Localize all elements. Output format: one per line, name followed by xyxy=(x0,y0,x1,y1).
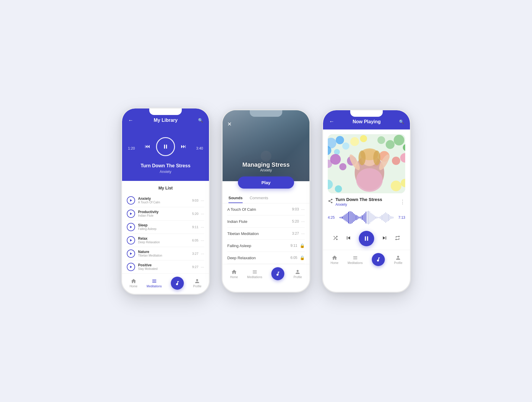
list-item-time: 9:27 xyxy=(192,265,198,269)
phone3-header-row: ← Now Playing 🔍 xyxy=(329,119,404,125)
nav3-home[interactable]: Home xyxy=(330,255,338,265)
waveform-bar xyxy=(377,217,377,218)
nav3-play-center[interactable] xyxy=(372,253,385,266)
phone3-prev-button[interactable] xyxy=(345,235,352,243)
phone3-controls xyxy=(323,228,410,250)
tab-comments[interactable]: Comments xyxy=(250,193,268,203)
waveform-bar xyxy=(341,217,341,218)
nav2-meditations[interactable]: Meditations xyxy=(247,269,262,279)
phone2-play-button[interactable]: Play xyxy=(238,176,294,189)
nav2-home[interactable]: Home xyxy=(230,269,238,279)
waveform-bar xyxy=(390,216,391,219)
svg-point-26 xyxy=(330,154,341,165)
sound-item[interactable]: Deep Relaxation 6:05 🔒 xyxy=(227,252,305,264)
repeat-button[interactable] xyxy=(395,235,400,242)
phone2-track-info: Managing Stress Anxiety xyxy=(242,161,290,175)
pause-button[interactable] xyxy=(156,137,175,156)
phone3-next-button[interactable] xyxy=(381,235,388,243)
list-item-play-btn[interactable] xyxy=(127,249,135,258)
sound-time: 9:03 xyxy=(292,207,299,211)
nav-home[interactable]: Home xyxy=(129,278,137,288)
player-time-row: 1:20 ⏮ ⏭ 3:40 xyxy=(128,137,203,160)
sound-item[interactable]: A Touch Of Calm 9:03 ··· xyxy=(227,203,305,215)
waveform-bar xyxy=(380,216,381,219)
svg-point-44 xyxy=(391,181,401,191)
phone2-close-button[interactable]: ✕ xyxy=(227,121,232,127)
player-time-current: 1:20 xyxy=(128,146,135,150)
waveform-bar xyxy=(393,217,393,218)
waveform-bar xyxy=(361,216,361,219)
phone2-notch xyxy=(250,110,282,117)
list-item-play-btn[interactable] xyxy=(127,196,135,205)
waveform-bar xyxy=(372,214,372,221)
list-item-more[interactable]: ··· xyxy=(201,265,204,269)
list-item-play-btn[interactable] xyxy=(127,236,135,244)
waveform-bar xyxy=(389,215,390,220)
more-options-button[interactable]: ⋮ xyxy=(400,199,405,205)
list-item[interactable]: Sleep Falling Asleep 9:11 ··· xyxy=(127,221,204,234)
list-item-info: Positive Stay Motivated xyxy=(138,263,192,270)
list-item[interactable]: Nature Tibetan Meditation 3:27 ··· xyxy=(127,247,204,260)
phone3-track-info: Turn Down The Stress Anxiety xyxy=(335,197,398,207)
list-item[interactable]: Positive Stay Motivated 9:27 ··· xyxy=(127,260,204,273)
nav2-profile[interactable]: Profile xyxy=(293,269,302,279)
list-item-play-btn[interactable] xyxy=(127,263,135,271)
list-item-more[interactable]: ··· xyxy=(201,238,204,243)
tab-sounds[interactable]: Sounds xyxy=(228,193,243,203)
list-item[interactable]: Productivity Indian Flute 5:20 ··· xyxy=(127,207,204,221)
nav3-profile[interactable]: Profile xyxy=(394,255,402,265)
phone3-back-icon[interactable]: ← xyxy=(329,119,334,125)
list-item-play-btn[interactable] xyxy=(127,223,135,231)
phone3-album-art xyxy=(328,134,405,193)
share-button[interactable] xyxy=(328,198,333,205)
list-item-info: Nature Tibetan Meditation xyxy=(138,250,192,257)
phone2-tabs: Sounds Comments xyxy=(223,193,309,203)
track-list: Anxiety A Touch Of Calm 9:03 ··· Product… xyxy=(127,194,204,273)
sound-name: Tibetan Meditation xyxy=(227,231,292,236)
nav-play-center[interactable] xyxy=(171,277,184,290)
phone1-notch xyxy=(149,108,182,115)
list-item-time: 3:27 xyxy=(192,252,198,255)
waveform-bar xyxy=(357,215,358,219)
album-art-bg xyxy=(328,134,405,193)
waveform-bar xyxy=(345,215,345,221)
waveform-time-total: 7:13 xyxy=(396,215,405,220)
waveform-bar xyxy=(350,211,350,224)
list-item[interactable]: Anxiety A Touch Of Calm 9:03 ··· xyxy=(127,194,204,207)
prev-button[interactable]: ⏮ xyxy=(145,143,150,150)
more-icon[interactable]: ··· xyxy=(301,231,305,236)
phone3-pause-button[interactable] xyxy=(359,231,374,246)
svg-point-22 xyxy=(386,140,395,149)
more-icon[interactable]: ··· xyxy=(301,219,305,224)
nav-meditations[interactable]: Meditations xyxy=(147,278,162,288)
sound-item[interactable]: Tibetan Meditation 3:27 ··· xyxy=(227,228,305,240)
more-icon[interactable]: ··· xyxy=(301,207,305,212)
waveform-bar xyxy=(351,211,351,224)
nav3-meditations[interactable]: Meditations xyxy=(348,255,363,265)
nav-profile[interactable]: Profile xyxy=(193,278,201,288)
waveform[interactable] xyxy=(340,210,393,225)
waveform-bar xyxy=(373,215,374,221)
list-item-time: 5:20 xyxy=(192,212,198,215)
list-item-play-btn[interactable] xyxy=(127,210,135,218)
list-item-more[interactable]: ··· xyxy=(201,225,204,229)
list-item[interactable]: Relax Deep Relaxation 6:05 ··· xyxy=(127,234,204,247)
waveform-bar xyxy=(374,215,375,219)
list-item-more[interactable]: ··· xyxy=(201,251,204,256)
phone1-back-icon[interactable]: ← xyxy=(128,117,133,124)
sound-item[interactable]: Indian Flute 5:20 ··· xyxy=(227,215,305,228)
list-item-name: Productivity xyxy=(138,210,192,214)
waveform-bar xyxy=(368,211,369,224)
svg-marker-3 xyxy=(130,213,132,215)
nav2-play-center[interactable] xyxy=(271,267,284,280)
list-item-more[interactable]: ··· xyxy=(201,198,204,203)
shuffle-button[interactable] xyxy=(332,235,338,242)
phone1-search-icon[interactable]: 🔍 xyxy=(198,118,203,123)
phone3-search-icon[interactable]: 🔍 xyxy=(399,119,404,124)
waveform-bar xyxy=(369,211,370,224)
waveform-bar xyxy=(359,217,360,219)
sound-item[interactable]: Falling Asleep 9:11 🔒 xyxy=(227,240,305,252)
list-item-more[interactable]: ··· xyxy=(201,211,204,216)
next-button[interactable]: ⏭ xyxy=(181,143,186,150)
list-item-info: Relax Deep Relaxation xyxy=(138,236,192,244)
